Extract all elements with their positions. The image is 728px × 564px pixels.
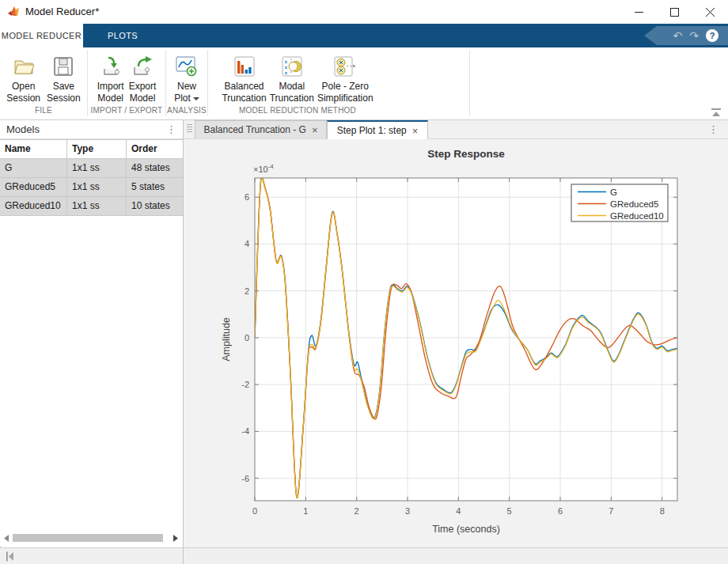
collapse-panel-icon[interactable]	[6, 551, 15, 562]
export-model-button[interactable]: Export Model	[129, 50, 157, 104]
help-icon[interactable]: ?	[706, 29, 719, 42]
maximize-button[interactable]	[657, 0, 692, 24]
legend-label-G: G	[610, 187, 617, 197]
y-tick-label: -6	[241, 474, 249, 483]
panel-splitter[interactable]	[183, 120, 184, 564]
modal-truncation-button[interactable]: Modal Truncation	[270, 50, 314, 104]
table-row[interactable]: GReduced5 1x1 ss 5 states	[0, 178, 183, 197]
legend-label-GReduced10: GReduced10	[610, 211, 664, 221]
scrollbar-thumb[interactable]	[13, 534, 163, 542]
balanced-truncation-button[interactable]: Balanced Truncation	[222, 50, 266, 104]
section-label-import-export: IMPORT / EXPORT	[88, 106, 165, 117]
title-bar: Model Reducer*	[0, 0, 728, 24]
models-table: Name Type Order G 1x1 ss 48 states GRedu…	[0, 139, 183, 216]
floppy-disk-icon	[52, 52, 74, 81]
step-response-chart[interactable]: 012345678-6-4-20246Step ResponseTime (se…	[184, 139, 728, 547]
x-axis-label: Time (seconds)	[432, 524, 500, 535]
horizontal-scrollbar[interactable]	[2, 532, 180, 544]
modal-truncation-icon	[281, 52, 303, 81]
tab-plots[interactable]: PLOTS	[83, 24, 162, 47]
models-panel: Models ⋮ Name Type Order G 1x1 ss 48 sta…	[0, 120, 183, 547]
group-analysis: New Plot	[166, 50, 207, 107]
group-import-export: Import Model Export Model	[88, 50, 165, 107]
x-tick-label: 7	[609, 506, 613, 516]
new-plot-icon	[175, 52, 199, 81]
balanced-truncation-icon	[233, 52, 256, 81]
chart-title: Step Response	[427, 148, 505, 160]
redo-icon[interactable]: ↷	[689, 28, 699, 44]
ribbon-tab-bar: MODEL REDUCER PLOTS ↶ ↷ ?	[0, 24, 728, 47]
models-panel-header: Models ⋮	[0, 120, 183, 139]
table-row[interactable]: G 1x1 ss 48 states	[0, 159, 183, 178]
import-arrow-icon	[99, 52, 123, 81]
section-label-file: FILE	[0, 106, 87, 117]
y-axis-exponent: ×10-4	[253, 163, 274, 174]
matlab-logo-icon	[8, 6, 21, 18]
tab-model-reducer[interactable]: MODEL REDUCER	[0, 24, 83, 47]
x-tick-label: 2	[355, 506, 359, 516]
y-tick-label: 0	[245, 333, 249, 343]
import-model-button[interactable]: Import Model	[97, 50, 124, 104]
tab-group-grip-icon[interactable]	[187, 124, 192, 132]
y-tick-label: -4	[241, 426, 249, 436]
y-tick-label: -2	[241, 380, 249, 389]
x-tick-label: 5	[507, 506, 512, 516]
collapse-ribbon-icon[interactable]	[710, 106, 722, 115]
section-label-analysis: ANALYSIS	[166, 106, 207, 117]
tab-overflow-menu-icon[interactable]: ⋮	[708, 120, 719, 138]
minimize-button[interactable]	[621, 0, 657, 24]
group-file: Open Session Save Session	[0, 50, 87, 107]
undo-icon[interactable]: ↶	[673, 28, 683, 44]
models-panel-title: Models	[6, 120, 40, 138]
legend-label-GReduced5: GReduced5	[610, 199, 658, 209]
save-session-button[interactable]: Save Session	[47, 50, 81, 104]
model-reducer-app-window: Model Reducer* MODEL REDUCER PLOTS ↶ ↷ ?	[0, 0, 728, 564]
x-tick-label: 0	[252, 506, 257, 516]
window-title: Model Reducer*	[25, 0, 99, 24]
section-label-model-reduction-method: MODEL REDUCTION METHOD	[208, 106, 387, 117]
y-axis-label: Amplitude	[221, 317, 232, 361]
section-separator	[469, 50, 470, 116]
close-icon[interactable]: ×	[312, 124, 318, 136]
document-tab-bar: Balanced Truncation - G × Step Plot 1: s…	[184, 120, 728, 139]
close-button[interactable]	[692, 0, 728, 24]
open-folder-icon	[12, 52, 36, 81]
x-tick-label: 1	[303, 506, 308, 516]
scroll-left-icon[interactable]	[3, 535, 9, 542]
close-icon[interactable]: ×	[412, 125, 419, 137]
column-header-name[interactable]: Name	[0, 140, 67, 158]
group-model-reduction-method: Balanced Truncation Modal Truncation	[208, 50, 387, 107]
tab-balanced-truncation[interactable]: Balanced Truncation - G ×	[195, 120, 327, 138]
x-tick-label: 6	[558, 506, 563, 516]
column-header-type[interactable]: Type	[67, 140, 127, 158]
quick-access-toolbar: ↶ ↷ ?	[644, 26, 728, 45]
models-panel-menu-icon[interactable]: ⋮	[166, 120, 176, 138]
figure-area: 012345678-6-4-20246Step ResponseTime (se…	[184, 139, 728, 547]
y-tick-label: 2	[245, 286, 249, 296]
column-header-order[interactable]: Order	[127, 140, 183, 158]
table-row[interactable]: GReduced10 1x1 ss 10 states	[0, 197, 183, 216]
x-tick-label: 3	[405, 506, 410, 516]
pole-zero-icon	[333, 52, 357, 81]
y-tick-label: 6	[245, 192, 249, 202]
models-table-header-row: Name Type Order	[0, 140, 183, 159]
dropdown-arrow-icon	[193, 97, 199, 100]
scroll-right-icon[interactable]	[173, 535, 179, 542]
ribbon-toolstrip: Open Session Save Session	[0, 47, 728, 120]
new-plot-button[interactable]: New Plot	[174, 50, 199, 104]
pole-zero-simplification-button[interactable]: Pole - Zero Simplification	[317, 50, 373, 104]
status-bar	[0, 547, 728, 564]
tab-step-plot[interactable]: Step Plot 1: step ×	[327, 120, 428, 139]
x-tick-label: 8	[660, 506, 665, 516]
y-tick-label: 4	[245, 239, 249, 248]
export-arrow-icon	[131, 52, 154, 81]
open-session-button[interactable]: Open Session	[6, 50, 40, 104]
x-tick-label: 4	[456, 506, 461, 516]
